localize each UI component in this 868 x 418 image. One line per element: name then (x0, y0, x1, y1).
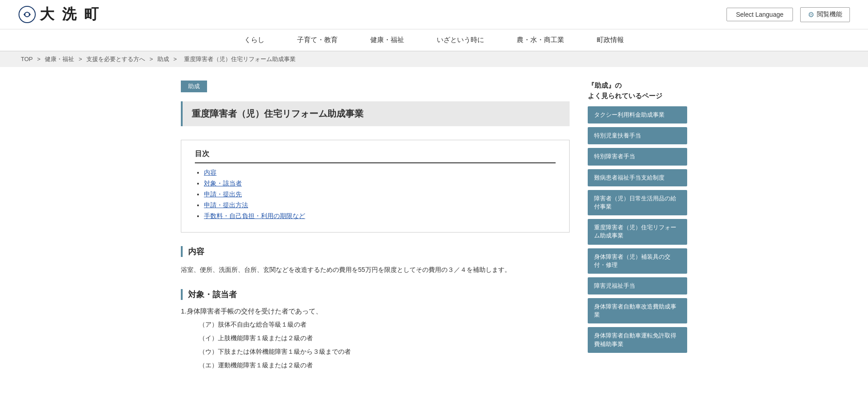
taisho-intro: 1.身体障害者手帳の交付を受けた者であって、 (181, 307, 570, 316)
nav-item[interactable]: 町政情報 (580, 29, 640, 51)
sidebar-link[interactable]: タクシー利用料金助成事業 (588, 106, 687, 124)
breadcrumb-link[interactable]: TOP (21, 56, 33, 62)
content-area: 助成 重度障害者（児）住宅リフォーム助成事業 目次 内容対象・該当者申請・提出先… (181, 81, 570, 373)
breadcrumb-separator: > (36, 56, 42, 62)
nav-item[interactable]: 健康・福祉 (354, 29, 420, 51)
sidebar-links: タクシー利用料金助成事業特別児童扶養手当特別障害者手当難病患者福祉手当支給制度障… (588, 106, 687, 353)
sidebar-link[interactable]: 難病患者福祉手当支給制度 (588, 169, 687, 186)
breadcrumb: TOP > 健康・福祉 > 支援を必要とする方へ > 助成 > 重度障害者（児）… (0, 52, 868, 67)
select-language-button[interactable]: Select Language (726, 8, 793, 21)
taisho-list: （ア）肢体不自由な総合等級１級の者（イ）上肢機能障害１級または２級の者（ウ）下肢… (181, 319, 570, 370)
section-taisho-heading: 対象・該当者 (181, 289, 570, 300)
breadcrumb-link[interactable]: 支援を必要とする方へ (86, 56, 145, 62)
taisho-item: （ウ）下肢または体幹機能障害１級から３級までの者 (199, 347, 570, 357)
sidebar-link[interactable]: 特別児童扶養手当 (588, 127, 687, 144)
toc-box: 目次 内容対象・該当者申請・提出先申請・提出方法手数料・自己負担・利用の期限など (181, 140, 570, 233)
toc-title: 目次 (195, 149, 556, 163)
header: 大 洗 町 Select Language ⚙ 閲覧機能 (0, 0, 868, 29)
sidebar-link[interactable]: 身体障害者（児）補装具の交付・修理 (588, 248, 687, 274)
section-naiyou-text: 浴室、便所、洗面所、台所、玄関などを改造するための費用を55万円を限度としてその… (181, 264, 570, 276)
category-badge: 助成 (181, 81, 207, 92)
toc-link[interactable]: 申請・提出方法 (204, 201, 248, 209)
nav-item[interactable]: 子育て・教育 (281, 29, 354, 51)
accessibility-label: 閲覧機能 (817, 10, 842, 19)
breadcrumb-link[interactable]: 健康・福祉 (45, 56, 74, 62)
toc-link[interactable]: 申請・提出先 (204, 190, 242, 198)
main-container: 助成 重度障害者（児）住宅リフォーム助成事業 目次 内容対象・該当者申請・提出先… (163, 67, 705, 387)
sidebar: 『助成』の よく見られているページ タクシー利用料金助成事業特別児童扶養手当特別… (588, 81, 687, 373)
sidebar-link[interactable]: 重度障害者（児）住宅リフォーム助成事業 (588, 219, 687, 244)
sidebar-link[interactable]: 障害児福祉手当 (588, 277, 687, 294)
breadcrumb-link[interactable]: 助成 (157, 56, 169, 62)
toc-list: 内容対象・該当者申請・提出先申請・提出方法手数料・自己負担・利用の期限など (195, 169, 556, 220)
breadcrumb-separator: > (77, 56, 84, 62)
toc-link[interactable]: 内容 (204, 169, 217, 176)
sidebar-link[interactable]: 身体障害者自動車運転免許取得費補助事業 (588, 327, 687, 352)
page-title: 重度障害者（児）住宅リフォーム助成事業 (181, 101, 570, 126)
breadcrumb-separator: > (148, 56, 155, 62)
logo-icon (18, 5, 36, 24)
nav-item[interactable]: くらし (228, 29, 281, 51)
sidebar-link[interactable]: 特別障害者手当 (588, 148, 687, 165)
logo-area: 大 洗 町 (18, 5, 100, 24)
sidebar-link[interactable]: 障害者（児）日常生活用品の給付事業 (588, 190, 687, 215)
main-nav: くらし子育て・教育健康・福祉いざという時に農・水・商工業町政情報 (0, 29, 868, 52)
toc-link[interactable]: 対象・該当者 (204, 180, 242, 187)
sidebar-link[interactable]: 身体障害者自動車改造費助成事業 (588, 298, 687, 323)
header-right: Select Language ⚙ 閲覧機能 (726, 7, 850, 22)
sidebar-title: 『助成』の よく見られているページ (588, 81, 687, 101)
gear-icon: ⚙ (808, 10, 814, 19)
taisho-item: （エ）運動機能障害１級または２級の者 (199, 360, 570, 371)
nav-list: くらし子育て・教育健康・福祉いざという時に農・水・商工業町政情報 (0, 29, 868, 51)
nav-item[interactable]: いざという時に (420, 29, 500, 51)
taisho-item: （イ）上肢機能障害１級または２級の者 (199, 333, 570, 344)
site-title: 大 洗 町 (40, 5, 100, 24)
breadcrumb-current: 重度障害者（児）住宅リフォーム助成事業 (184, 56, 296, 62)
accessibility-button[interactable]: ⚙ 閲覧機能 (800, 7, 850, 22)
breadcrumb-separator: > (172, 56, 179, 62)
nav-item[interactable]: 農・水・商工業 (500, 29, 580, 51)
toc-link[interactable]: 手数料・自己負担・利用の期限など (204, 212, 305, 219)
section-naiyou-heading: 内容 (181, 246, 570, 257)
taisho-item: （ア）肢体不自由な総合等級１級の者 (199, 319, 570, 330)
svg-point-1 (25, 13, 29, 16)
